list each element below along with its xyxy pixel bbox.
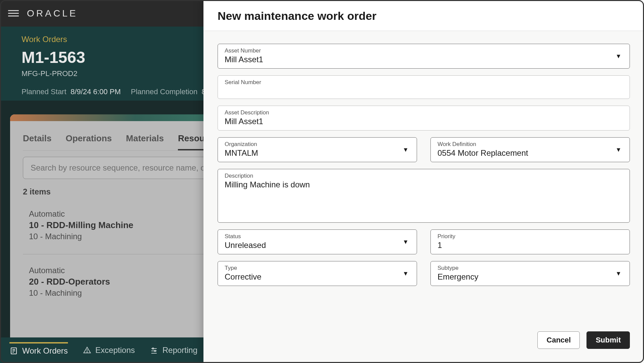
new-work-order-panel: New maintenance work order Asset Number …: [203, 0, 644, 363]
organization-field[interactable]: Organization MNTALM ▼: [218, 137, 417, 162]
sliders-icon: [150, 346, 158, 355]
nav-exceptions[interactable]: Exceptions: [83, 343, 135, 358]
field-value: [225, 86, 623, 95]
chevron-down-icon: ▼: [403, 239, 409, 246]
field-label: Description: [225, 173, 623, 179]
type-field[interactable]: Type Corrective ▼: [218, 261, 417, 286]
document-icon: [9, 347, 18, 355]
chevron-down-icon: ▼: [403, 270, 409, 277]
description-field[interactable]: Description Milling Machine is down: [218, 169, 630, 223]
planned-completion-label: Planned Completion: [131, 87, 197, 96]
field-value: 1: [438, 241, 623, 250]
serial-number-field[interactable]: Serial Number: [218, 75, 630, 99]
field-value: Mill Asset1: [225, 117, 623, 126]
field-label: Serial Number: [225, 79, 623, 86]
status-field[interactable]: Status Unreleased ▼: [218, 229, 417, 254]
field-value: Corrective: [225, 272, 410, 282]
svg-point-5: [87, 352, 87, 352]
planned-start-value: 8/9/24 6:00 PM: [71, 87, 121, 96]
cancel-button[interactable]: Cancel: [537, 331, 580, 349]
field-label: Priority: [438, 233, 623, 240]
field-label: Organization: [225, 141, 410, 148]
field-label: Type: [225, 265, 410, 271]
chevron-down-icon: ▼: [615, 146, 621, 153]
chevron-down-icon: ▼: [615, 270, 621, 277]
svg-point-9: [154, 350, 156, 352]
modal-body: Asset Number Mill Asset1 ▼ Serial Number…: [203, 31, 644, 325]
field-label: Work Definition: [438, 141, 623, 148]
nav-label: Work Orders: [22, 346, 68, 356]
warning-icon: [83, 346, 91, 355]
subtype-field[interactable]: Subtype Emergency ▼: [430, 261, 630, 286]
tab-operations[interactable]: Operations: [66, 133, 112, 150]
field-label: Status: [225, 233, 410, 240]
tab-materials[interactable]: Materials: [126, 133, 164, 150]
field-label: Asset Description: [225, 109, 623, 116]
field-value: Milling Machine is down: [225, 180, 623, 189]
modal-footer: Cancel Submit: [203, 325, 644, 363]
asset-number-field[interactable]: Asset Number Mill Asset1 ▼: [218, 44, 630, 69]
brand-logo: ORACLE: [27, 8, 78, 19]
planned-start-label: Planned Start: [22, 87, 66, 96]
field-label: Asset Number: [225, 47, 623, 54]
submit-button[interactable]: Submit: [586, 331, 630, 349]
field-value: Emergency: [438, 272, 623, 282]
nav-label: Reporting: [162, 346, 197, 355]
breadcrumb-work-orders[interactable]: Work Orders: [22, 35, 67, 44]
chevron-down-icon: ▼: [403, 146, 409, 153]
chevron-down-icon: ▼: [615, 53, 621, 60]
menu-icon[interactable]: [8, 8, 19, 19]
asset-description-field[interactable]: Asset Description Mill Asset1: [218, 106, 630, 131]
svg-point-7: [152, 348, 154, 349]
nav-label: Exceptions: [96, 346, 135, 355]
priority-field[interactable]: Priority 1: [430, 229, 630, 254]
modal-title: New maintenance work order: [218, 9, 630, 23]
work-definition-field[interactable]: Work Definition 0554 Motor Replacement ▼: [430, 137, 630, 162]
field-value: Mill Asset1: [225, 55, 623, 64]
field-value: MNTALM: [225, 148, 410, 158]
field-value: 0554 Motor Replacement: [438, 148, 623, 158]
field-value: Unreleased: [225, 241, 410, 250]
nav-work-orders[interactable]: Work Orders: [9, 342, 68, 358]
nav-reporting[interactable]: Reporting: [150, 343, 197, 358]
field-label: Subtype: [438, 265, 623, 271]
tab-details[interactable]: Details: [23, 133, 51, 150]
modal-header: New maintenance work order: [203, 0, 644, 31]
